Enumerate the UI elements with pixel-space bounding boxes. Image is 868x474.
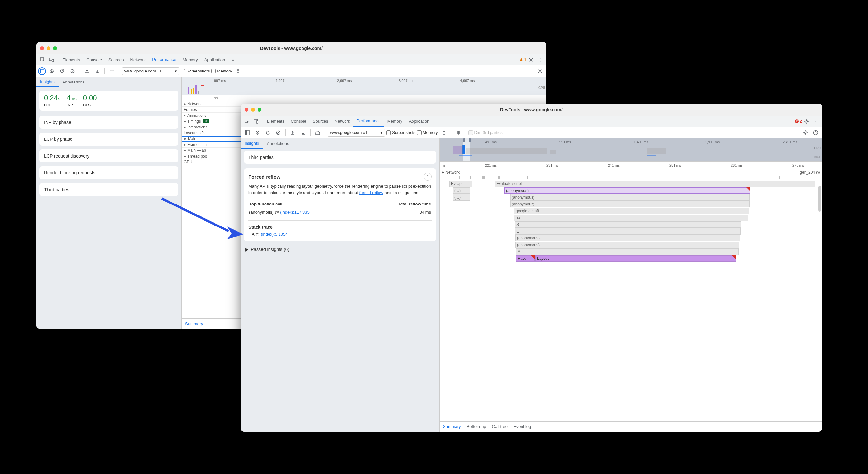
settings-icon[interactable] [526,55,535,64]
footer-event-log[interactable]: Event log [514,424,531,429]
tab-sources[interactable]: Sources [310,116,332,127]
toggle-sidebar-icon[interactable] [243,128,252,137]
tab-memory[interactable]: Memory [384,116,406,127]
subtab-insights[interactable]: Insights [241,138,263,149]
flame-s[interactable]: S [515,221,741,228]
home-icon[interactable] [313,128,322,137]
tab-console[interactable]: Console [288,116,310,127]
tab-application[interactable]: Application [201,54,228,65]
insight-inp-by-phase[interactable]: INP by phase [39,116,178,129]
range-handle-left[interactable] [463,138,465,143]
reload-icon[interactable] [264,128,272,137]
insight-lcp-by-phase[interactable]: LCP by phase [39,133,178,146]
minimize-window-icon[interactable] [46,46,51,50]
url-select[interactable]: www.google.com #1 ▾ [122,67,179,75]
memory-checkbox[interactable]: Memory [417,130,438,135]
screenshots-checkbox[interactable]: Screenshots [386,130,415,135]
device-toggle-icon[interactable] [47,55,56,64]
download-icon[interactable] [93,67,102,76]
overview-strip[interactable]: 491 ms 991 ms 1,491 ms 1,991 ms 2,491 ms… [440,138,822,162]
kebab-menu-icon[interactable]: ⋮ [535,55,545,64]
home-icon[interactable] [107,67,117,76]
maximize-window-icon[interactable] [257,108,261,112]
warning-badge[interactable]: 1 [519,57,526,62]
flame-a[interactable]: A [516,249,739,255]
subtab-annotations[interactable]: Annotations [263,138,293,149]
passed-insights[interactable]: ▶ Passed insights (6) [241,244,439,255]
more-tabs-icon[interactable]: » [433,117,442,126]
tab-console[interactable]: Console [83,54,105,65]
upload-icon[interactable] [288,128,297,137]
metric-inp[interactable]: 4ms INP [67,94,77,107]
tab-elements[interactable]: Elements [59,54,83,65]
dim-third-parties-checkbox[interactable]: Dim 3rd parties [468,130,503,135]
flame-e[interactable]: E [515,228,741,234]
tab-performance[interactable]: Performance [149,54,179,65]
subtab-insights[interactable]: Insights [36,77,59,87]
record-icon[interactable] [47,67,56,76]
close-window-icon[interactable] [245,108,248,112]
toggle-sidebar-icon[interactable] [38,67,46,75]
range-handle-right[interactable] [469,138,471,143]
detail-ruler[interactable]: ns 221 ms 231 ms 241 ms 251 ms 261 ms 27… [440,162,822,169]
close-window-icon[interactable] [40,46,44,50]
shortcuts-icon[interactable] [454,128,463,137]
memory-checkbox[interactable]: Memory [211,69,232,73]
timeline-main[interactable]: 491 ms 991 ms 1,491 ms 1,991 ms 2,491 ms… [440,138,822,432]
overview-strip[interactable]: 997 ms 1,997 ms 2,997 ms 3,997 ms 4,997 … [182,77,547,95]
titlebar[interactable]: DevTools - www.google.com/ [241,103,822,116]
error-badge[interactable]: 2 [795,119,802,124]
flame-anonymous[interactable]: (anonymous) [510,201,750,208]
flame-event[interactable]: (…) [453,187,470,194]
flame-chart[interactable]: Ev…pt Evaluate script (…) (anonymous) (…… [440,176,822,421]
flame-event[interactable]: (…) [453,194,470,200]
kebab-menu-icon[interactable]: ⋮ [811,117,820,126]
clear-icon[interactable] [68,67,77,76]
flame-anonymous[interactable]: (anonymous) [515,242,739,248]
url-select[interactable]: www.google.com #1 ▾ [328,129,385,136]
footer-summary[interactable]: Summary [443,424,461,429]
footer-summary[interactable]: Summary [185,321,203,326]
tab-network[interactable]: Network [332,116,353,127]
tab-application[interactable]: Application [406,116,433,127]
device-toggle-icon[interactable] [252,117,261,126]
insight-lcp-request-discovery[interactable]: LCP request discovery [39,150,178,162]
reload-icon[interactable] [58,67,67,76]
flame-anonymous[interactable]: (anonymous) [510,194,750,200]
tab-elements[interactable]: Elements [264,116,288,127]
metric-cls[interactable]: 0.00 CLS [83,94,97,107]
flame-layout[interactable]: Layout [535,255,736,262]
titlebar[interactable]: DevTools - www.google.com/ [36,42,547,54]
flame-ha[interactable]: ha [514,215,748,221]
metric-lcp[interactable]: 0.24s LCP [44,94,60,107]
flame-anonymous[interactable]: (anonymous) [515,235,740,241]
download-icon[interactable] [299,128,308,137]
inspect-icon[interactable] [38,55,47,64]
source-link[interactable]: (index):117:335 [280,210,309,215]
inspect-icon[interactable] [243,117,252,126]
footer-call-tree[interactable]: Call tree [492,424,507,429]
more-tabs-icon[interactable]: » [228,55,237,64]
flame-event[interactable]: Ev…pt [450,181,472,187]
help-icon[interactable]: ? [811,128,820,137]
insight-render-blocking[interactable]: Render blocking requests [39,166,178,179]
track-network[interactable]: ▶Network gen_204 (w [440,169,822,176]
collapse-icon[interactable]: ⌃ [424,173,432,181]
trash-icon[interactable] [234,67,243,76]
scrollbar-thumb[interactable] [818,186,822,212]
settings-gear-icon[interactable] [535,67,545,76]
tab-performance[interactable]: Performance [353,116,384,127]
minimize-window-icon[interactable] [251,108,255,112]
record-icon[interactable] [253,128,262,137]
upload-icon[interactable] [83,67,92,76]
insight-third-parties[interactable]: Third parties [244,151,436,164]
flame-anonymous[interactable]: (anonymous) [504,187,750,194]
forced-reflow-link[interactable]: forced reflow [360,190,383,195]
flame-evaluate-script[interactable]: Evaluate script [495,181,815,187]
tab-sources[interactable]: Sources [105,54,127,65]
maximize-window-icon[interactable] [53,46,57,50]
settings-icon[interactable] [802,117,811,126]
source-link[interactable]: (index):5:1054 [261,232,288,236]
insight-third-parties[interactable]: Third parties [39,183,178,196]
subtab-annotations[interactable]: Annotations [59,77,89,87]
